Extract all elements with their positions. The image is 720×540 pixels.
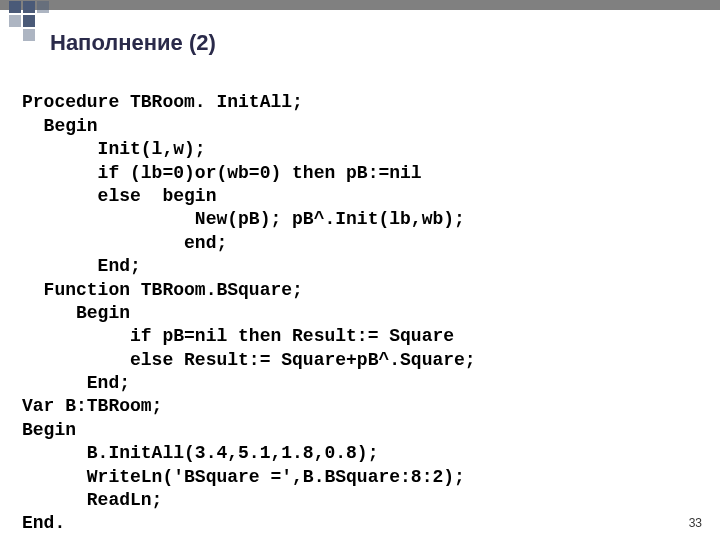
code-line: Procedure TBRoom. InitAll; [22, 92, 303, 112]
code-line: End; [22, 256, 141, 276]
code-line: Begin [22, 420, 76, 440]
code-line: WriteLn('BSquare =',B.BSquare:8:2); [22, 467, 465, 487]
code-line: if (lb=0)or(wb=0) then pB:=nil [22, 163, 422, 183]
code-line: Var B:TBRoom; [22, 396, 162, 416]
code-line: if pB=nil then Result:= Square [22, 326, 454, 346]
code-line: Function TBRoom.BSquare; [22, 280, 303, 300]
page-number: 33 [689, 516, 702, 530]
corner-squares-decoration [8, 0, 50, 42]
code-line: end; [22, 233, 227, 253]
code-line: Init(l,w); [22, 139, 206, 159]
top-accent-bar [0, 0, 720, 10]
code-line: else begin [22, 186, 216, 206]
code-line: B.InitAll(3.4,5.1,1.8,0.8); [22, 443, 378, 463]
slide-title: Наполнение (2) [50, 30, 216, 56]
code-line: ReadLn; [22, 490, 162, 510]
code-line: End. [22, 513, 65, 533]
code-block: Procedure TBRoom. InitAll; Begin Init(l,… [22, 68, 476, 536]
code-line: End; [22, 373, 130, 393]
code-line: Begin [22, 116, 98, 136]
code-line: New(pB); pB^.Init(lb,wb); [22, 209, 465, 229]
code-line: Begin [22, 303, 130, 323]
code-line: else Result:= Square+pB^.Square; [22, 350, 476, 370]
